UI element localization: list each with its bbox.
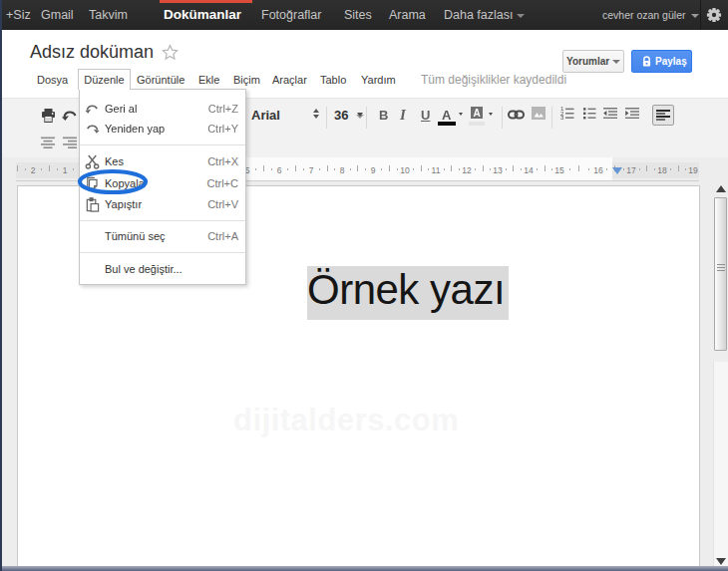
svg-text:3: 3: [560, 114, 564, 120]
